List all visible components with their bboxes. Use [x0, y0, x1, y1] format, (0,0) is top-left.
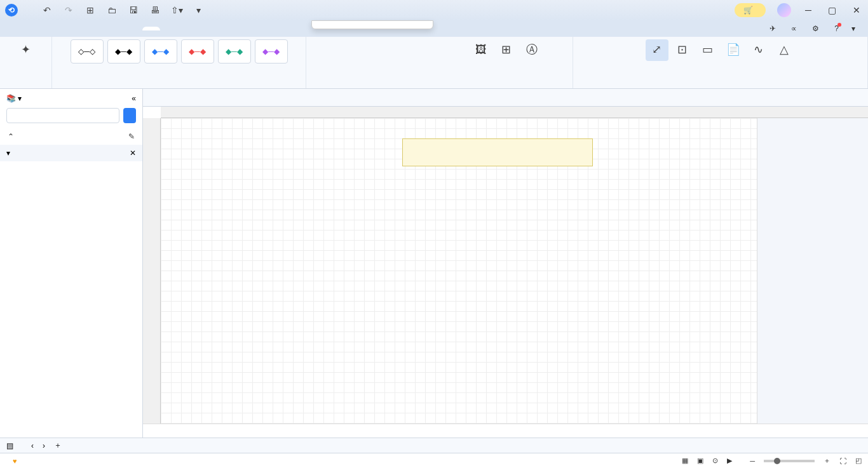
- zoom-in-icon[interactable]: ＋: [824, 456, 831, 465]
- export-dropdown: [311, 20, 433, 29]
- ribbon: ✦ ◇─◇ ◆─◆ ◆─◆ ◆─◆ ◆─◆ ◆─◆ 🖼 ⊞ Ⓐ ⤢ ⊡ ▭ 📄 …: [0, 37, 868, 89]
- collapse-sidebar-icon[interactable]: «: [132, 94, 136, 103]
- zoom-out-icon[interactable]: ─: [750, 457, 755, 465]
- save-icon[interactable]: 🖫: [128, 5, 139, 15]
- menu-insert[interactable]: [99, 27, 117, 30]
- manage-link[interactable]: ✎: [128, 132, 135, 141]
- library-link[interactable]: ⌃: [8, 132, 14, 141]
- fit-to-drawing-button[interactable]: ⊡: [671, 39, 694, 61]
- avatar[interactable]: [777, 3, 791, 17]
- title-bar: ⟲ ↶ ↷ ⊞ 🗀 🖫 🖶 ⇧▾ ▾ 🛒 ─ ▢ ✕: [0, 0, 868, 20]
- status-bar: ♥ ▦ ▣ ⊙ ▶ ─ ＋ ⛶ ◰: [0, 453, 868, 468]
- borders-icon: ⊞: [499, 42, 514, 57]
- new-icon[interactable]: ⊞: [85, 5, 95, 15]
- trial-banner[interactable]: 🛒: [735, 3, 766, 17]
- menu-view[interactable]: [186, 27, 203, 30]
- menu-symbols[interactable]: [229, 27, 247, 30]
- search-input[interactable]: [6, 108, 119, 123]
- fit-icon: ⊡: [675, 42, 690, 57]
- fit-icon[interactable]: ◰: [855, 457, 862, 465]
- menu-file[interactable]: [13, 27, 31, 30]
- help-button[interactable]: ?: [834, 24, 839, 33]
- focus-toggle[interactable]: ⊙: [712, 457, 718, 465]
- one-click-beautify-button[interactable]: ✦: [15, 39, 37, 61]
- maximize-button[interactable]: ▢: [825, 5, 839, 15]
- canvas[interactable]: [161, 118, 868, 424]
- page-size-button[interactable]: 📄: [722, 39, 745, 61]
- menu-design[interactable]: [142, 27, 160, 30]
- menu-bar: ✈ ∝ ⚙ ? ▾: [0, 20, 868, 37]
- close-icon[interactable]: ✕: [130, 149, 136, 157]
- search-button[interactable]: [123, 108, 136, 123]
- orientation-icon: ▭: [700, 42, 715, 57]
- watermark-button[interactable]: Ⓐ: [520, 39, 543, 61]
- publish-button[interactable]: ✈: [770, 24, 778, 33]
- autosize-icon: ⤢: [649, 42, 665, 57]
- beautify-preset[interactable]: ◆─◆: [255, 39, 288, 64]
- page-bar: ▤ ‹ › ＋: [0, 438, 868, 453]
- canvas-margin: [757, 118, 868, 424]
- export-icon[interactable]: ⇧▾: [172, 5, 182, 15]
- play-icon[interactable]: ▶: [727, 457, 732, 465]
- picture-icon: 🖼: [473, 42, 489, 57]
- beautify-presets: ◇─◇ ◆─◆ ◆─◆ ◆─◆ ◆─◆ ◆─◆: [71, 39, 288, 77]
- undo-icon[interactable]: ↶: [42, 5, 52, 15]
- buy-now-link[interactable]: ♥: [13, 457, 17, 465]
- document-tabs: [143, 89, 868, 107]
- layers-icon[interactable]: ▣: [697, 457, 703, 465]
- minimize-button[interactable]: ─: [803, 5, 814, 15]
- orientation-button[interactable]: ▭: [696, 39, 719, 61]
- page-nav-left-icon[interactable]: ‹: [31, 441, 34, 450]
- shapes-section-header[interactable]: ▾ ✕: [0, 145, 142, 161]
- sidebar-title: 📚 ▾: [6, 94, 22, 103]
- redo-icon[interactable]: ↷: [64, 5, 74, 15]
- flowchart-title-box[interactable]: [402, 138, 593, 166]
- add-page-icon[interactable]: ＋: [54, 440, 62, 451]
- print-icon[interactable]: 🖶: [150, 5, 160, 15]
- app-logo-icon: ⟲: [5, 4, 18, 17]
- beautify-preset[interactable]: ◆─◆: [218, 39, 251, 64]
- ruler-horizontal: [161, 107, 868, 118]
- unit-button[interactable]: △: [773, 39, 796, 61]
- beautify-preset[interactable]: ◆─◆: [107, 39, 140, 64]
- beautify-preset[interactable]: ◆─◆: [181, 39, 214, 64]
- unit-icon: △: [776, 42, 792, 57]
- chevron-down-icon[interactable]: ▾: [851, 24, 855, 33]
- borders-headers-button[interactable]: ⊞: [495, 39, 518, 61]
- pagesize-icon: 📄: [726, 42, 741, 57]
- sparkle-icon: ✦: [18, 42, 34, 57]
- more-icon[interactable]: ▾: [193, 5, 203, 15]
- fullscreen-icon[interactable]: ⛶: [839, 457, 846, 465]
- open-icon[interactable]: 🗀: [107, 5, 117, 15]
- share-button[interactable]: ∝: [791, 24, 799, 33]
- zoom-slider[interactable]: [764, 460, 815, 462]
- close-button[interactable]: ✕: [850, 5, 863, 15]
- beautify-preset[interactable]: ◆─◆: [144, 39, 177, 64]
- presentation-icon[interactable]: ▦: [682, 457, 688, 465]
- ruler-vertical: [143, 118, 161, 438]
- canvas-area: [143, 107, 868, 438]
- jump-style-button[interactable]: ∿: [747, 39, 770, 61]
- page-nav-right-icon[interactable]: ›: [43, 441, 45, 450]
- menu-home[interactable]: [56, 27, 74, 30]
- watermark-icon: Ⓐ: [524, 42, 539, 57]
- background-picture-button[interactable]: 🖼: [470, 39, 492, 61]
- page-list-icon[interactable]: ▤: [6, 441, 13, 450]
- shapes-grid: [0, 161, 142, 438]
- options-button[interactable]: ⚙: [812, 24, 822, 33]
- sidebar: 📚 ▾ « ⌃ ✎ ▾ ✕: [0, 89, 143, 438]
- beautify-preset[interactable]: ◇─◇: [71, 39, 104, 64]
- auto-size-button[interactable]: ⤢: [646, 39, 668, 61]
- color-palette-strip: [143, 424, 868, 438]
- jump-icon: ∿: [751, 42, 766, 57]
